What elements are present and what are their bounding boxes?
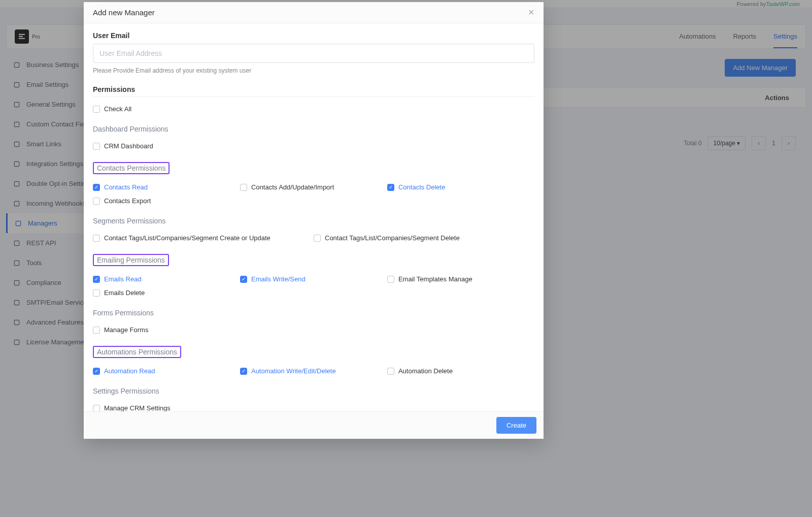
perm-email-templates-manage[interactable]: Email Templates Manage bbox=[387, 272, 534, 286]
perm-group-title-segments: Segments Permissions bbox=[93, 217, 165, 225]
perm-group-title-emailing: Emailing Permissions bbox=[93, 254, 169, 266]
checkbox[interactable] bbox=[93, 405, 100, 412]
modal-footer: Create bbox=[84, 411, 544, 439]
checkbox[interactable] bbox=[93, 276, 100, 283]
check-all-checkbox[interactable] bbox=[93, 106, 100, 113]
perm-label: Automation Delete bbox=[398, 367, 453, 375]
checkbox[interactable] bbox=[93, 289, 100, 297]
perm-manage-crm-settings[interactable]: Manage CRM Settings bbox=[93, 401, 240, 411]
perm-label: Contacts Delete bbox=[398, 183, 446, 191]
perm-label: Automation Read bbox=[104, 367, 155, 375]
perm-label: Contact Tags/List/Companies/Segment Dele… bbox=[325, 234, 460, 242]
perm-label: Emails Delete bbox=[104, 289, 145, 297]
check-all-label: Check All bbox=[104, 105, 131, 113]
checkbox[interactable] bbox=[93, 235, 100, 242]
checkbox[interactable] bbox=[387, 184, 394, 191]
perm-label: Contact Tags/List/Companies/Segment Crea… bbox=[104, 234, 270, 242]
perm-emails-delete[interactable]: Emails Delete bbox=[93, 286, 240, 300]
perm-label: Contacts Add/Update/Import bbox=[251, 183, 334, 191]
perm-label: CRM Dashboard bbox=[104, 142, 153, 150]
user-email-label: User Email bbox=[93, 31, 534, 40]
perm-crm-dashboard[interactable]: CRM Dashboard bbox=[93, 139, 240, 153]
divider bbox=[93, 96, 534, 97]
checkbox[interactable] bbox=[93, 143, 100, 150]
perm-group-title-forms: Forms Permissions bbox=[93, 309, 154, 317]
user-email-hint: Please Provide Email address of your exi… bbox=[93, 67, 534, 74]
perm-automation-delete[interactable]: Automation Delete bbox=[387, 364, 534, 378]
perm-manage-forms[interactable]: Manage Forms bbox=[93, 323, 240, 337]
checkbox[interactable] bbox=[240, 276, 247, 283]
close-icon[interactable]: ✕ bbox=[528, 8, 534, 17]
perm-label: Automation Write/Edit/Delete bbox=[251, 367, 336, 375]
perm-label: Manage Forms bbox=[104, 326, 148, 334]
checkbox[interactable] bbox=[387, 276, 394, 283]
perm-label: Emails Read bbox=[104, 275, 142, 283]
perm-emails-write-send[interactable]: Emails Write/Send bbox=[240, 272, 387, 286]
perm-contacts-export[interactable]: Contacts Export bbox=[93, 194, 240, 208]
perm-contact-tags-list-companies-segment-delete[interactable]: Contact Tags/List/Companies/Segment Dele… bbox=[314, 231, 534, 245]
checkbox[interactable] bbox=[93, 184, 100, 191]
modal-body: User Email Please Provide Email address … bbox=[84, 23, 544, 411]
perm-group-title-contacts: Contacts Permissions bbox=[93, 162, 170, 174]
checkbox[interactable] bbox=[240, 184, 247, 191]
checkbox[interactable] bbox=[93, 198, 100, 205]
checkbox[interactable] bbox=[93, 327, 100, 334]
checkbox[interactable] bbox=[387, 368, 394, 375]
create-button[interactable]: Create bbox=[496, 417, 536, 434]
perm-automation-read[interactable]: Automation Read bbox=[93, 364, 240, 378]
perm-label: Contacts Export bbox=[104, 197, 151, 205]
perm-contact-tags-list-companies-segment-create-or-update[interactable]: Contact Tags/List/Companies/Segment Crea… bbox=[93, 231, 314, 245]
modal-title: Add new Manager bbox=[93, 8, 155, 17]
checkbox[interactable] bbox=[240, 368, 247, 375]
check-all[interactable]: Check All bbox=[93, 102, 240, 116]
perm-group-title-dashboard: Dashboard Permissions bbox=[93, 125, 168, 133]
perm-label: Contacts Read bbox=[104, 183, 148, 191]
modal-header: Add new Manager ✕ bbox=[84, 2, 544, 23]
perm-group-title-settings: Settings Permissions bbox=[93, 387, 159, 395]
perm-contacts-add-update-import[interactable]: Contacts Add/Update/Import bbox=[240, 180, 387, 194]
perm-label: Email Templates Manage bbox=[398, 275, 472, 283]
permissions-heading: Permissions bbox=[93, 85, 534, 93]
perm-label: Manage CRM Settings bbox=[104, 404, 171, 411]
perm-contacts-delete[interactable]: Contacts Delete bbox=[387, 180, 534, 194]
perm-group-title-automations: Automations Permissions bbox=[93, 346, 181, 358]
perm-automation-write-edit-delete[interactable]: Automation Write/Edit/Delete bbox=[240, 364, 387, 378]
perm-label: Emails Write/Send bbox=[251, 275, 306, 283]
checkbox[interactable] bbox=[93, 368, 100, 375]
user-email-input[interactable] bbox=[93, 44, 534, 63]
perm-contacts-read[interactable]: Contacts Read bbox=[93, 180, 240, 194]
perm-emails-read[interactable]: Emails Read bbox=[93, 272, 240, 286]
checkbox[interactable] bbox=[314, 235, 321, 242]
add-manager-modal: Add new Manager ✕ User Email Please Prov… bbox=[84, 2, 544, 439]
